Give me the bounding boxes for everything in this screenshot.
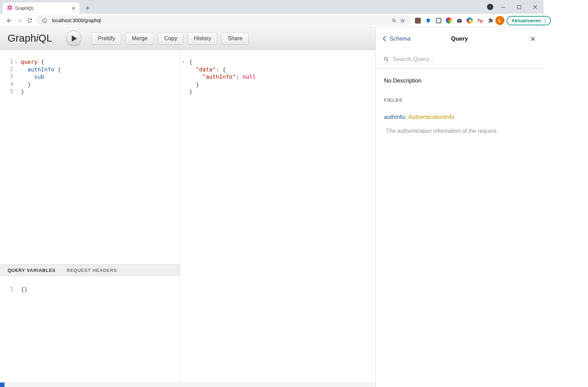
line-number: 1 [0, 58, 13, 66]
prettify-button[interactable]: Prettify [92, 33, 121, 44]
extension-icon-2[interactable] [435, 17, 442, 24]
code-line: 1{} [0, 286, 180, 293]
code-text: query { [21, 58, 44, 66]
code-text: } [21, 81, 31, 88]
close-window-button[interactable] [527, 0, 543, 14]
editors-area: 1▾query {2 authInfo {3 sub4 }5} QUERY VA… [0, 50, 375, 387]
field-name-link[interactable]: authInfo [384, 114, 405, 120]
query-editor[interactable]: 1▾query {2 authInfo {3 sub4 }5} [0, 50, 180, 264]
doc-body: No Description FIELDS authInfo:Authentic… [376, 68, 543, 140]
code-text: { [189, 58, 193, 66]
tab-strip: GraphiQL [0, 0, 543, 14]
line-number: 3 [0, 73, 13, 81]
browser-navbar: localhost:3000/graphql Tp L [0, 14, 543, 27]
fold-arrow-icon[interactable]: ▾ [180, 58, 189, 66]
doc-no-description: No Description [384, 77, 535, 84]
minimize-button[interactable] [495, 0, 511, 14]
line-number: 1 [0, 286, 13, 293]
fields-section-header: FIELDS [384, 98, 535, 103]
graphiql-logo: GraphiQL [8, 33, 52, 44]
camera-extension-icon[interactable] [456, 17, 462, 24]
omnibox[interactable]: localhost:3000/graphql [36, 16, 411, 25]
new-tab-button[interactable] [83, 3, 92, 13]
code-text: "data": { [189, 66, 226, 74]
code-line: } [180, 88, 375, 96]
update-button-label: Aktualisieren [511, 18, 541, 23]
result-viewer[interactable]: ▾{ "data": { "authInfo": null }} [180, 50, 375, 387]
doc-back-link[interactable]: Schema [383, 35, 411, 42]
menu-kebab-icon[interactable]: ⋮ [543, 18, 548, 23]
variables-title-bar: QUERY VARIABLES REQUEST HEADERS [0, 264, 180, 276]
search-icon [383, 56, 389, 62]
code-line: 2 authInfo { [0, 66, 180, 74]
code-text: } [189, 88, 193, 96]
fold-spacer [180, 81, 189, 88]
tab-title: GraphiQL [15, 6, 70, 11]
code-line: "authInfo": null [180, 73, 375, 81]
fold-spacer [180, 88, 189, 96]
line-number: 5 [0, 88, 13, 96]
tp-extension-icon[interactable]: Tp [477, 17, 483, 24]
back-button[interactable] [4, 16, 14, 25]
code-text: } [21, 88, 24, 96]
graphiql-app: GraphiQL Prettify Merge Copy History Sha… [0, 27, 543, 387]
maximize-button[interactable] [511, 0, 527, 14]
zoom-icon[interactable] [390, 16, 398, 25]
code-line: 3 sub [0, 73, 180, 81]
fold-spacer [180, 66, 189, 74]
query-variables-editor[interactable]: 1{} [0, 276, 180, 387]
reload-button[interactable] [25, 16, 35, 25]
code-text: "authInfo": null [189, 73, 256, 81]
code-line: "data": { [180, 66, 375, 74]
colorwheel-extension-icon[interactable] [446, 17, 452, 24]
fold-spacer [13, 286, 19, 293]
fold-spacer [180, 73, 189, 81]
share-button[interactable]: Share [222, 33, 248, 44]
fold-spacer [13, 88, 19, 96]
doc-close-icon[interactable]: ✕ [530, 35, 536, 43]
type-name-link[interactable]: AuthenticationInfo [408, 114, 454, 120]
code-line: 5} [0, 88, 180, 96]
history-button[interactable]: History [188, 33, 217, 44]
code-line: } [180, 81, 375, 88]
execute-button[interactable] [66, 31, 82, 46]
doc-search-bar [376, 50, 543, 68]
play-icon [72, 35, 77, 42]
doc-explorer-panel: Schema Query ✕ No Description FIELDS aut… [375, 27, 543, 387]
doc-field-row: authInfo:AuthenticationInfo [384, 114, 535, 120]
code-text: sub [21, 73, 44, 81]
shield-extension-icon[interactable] [425, 17, 431, 24]
colorful-extension-icon[interactable] [467, 17, 473, 24]
window-controls [495, 0, 543, 14]
query-column: 1▾query {2 authInfo {3 sub4 }5} QUERY VA… [0, 50, 180, 387]
chevron-left-icon [383, 36, 386, 42]
profile-avatar[interactable]: L [495, 16, 504, 25]
doc-back-label: Schema [390, 35, 411, 42]
query-variables-tab[interactable]: QUERY VARIABLES [8, 268, 56, 273]
doc-search-input[interactable] [393, 56, 536, 63]
bottom-left-badge [0, 382, 5, 387]
browser-tab[interactable]: GraphiQL [3, 2, 79, 14]
merge-button[interactable]: Merge [126, 33, 153, 44]
copy-button[interactable]: Copy [158, 33, 183, 44]
fold-arrow-icon[interactable]: ▾ [13, 58, 19, 66]
doc-explorer-header: Schema Query ✕ [376, 27, 543, 50]
code-text: {} [21, 286, 27, 293]
request-headers-tab[interactable]: REQUEST HEADERS [67, 268, 117, 273]
graphql-favicon [7, 5, 12, 12]
update-browser-button[interactable]: Aktualisieren ⋮ [506, 16, 551, 25]
site-info-icon[interactable] [40, 16, 49, 25]
field-separator: : [405, 114, 407, 120]
tab-search-button[interactable] [487, 4, 493, 10]
graphiql-main: GraphiQL Prettify Merge Copy History Sha… [0, 27, 375, 387]
extension-icon-1[interactable] [415, 17, 421, 24]
forward-button[interactable] [15, 16, 24, 25]
graphiql-topbar: GraphiQL Prettify Merge Copy History Sha… [0, 27, 375, 50]
fold-spacer [13, 81, 19, 88]
bookmark-star-icon[interactable] [398, 16, 407, 25]
extensions-puzzle-icon[interactable] [487, 17, 494, 24]
url-text[interactable]: localhost:3000/graphql [52, 18, 390, 23]
code-line: 4 } [0, 81, 180, 88]
tab-close-icon[interactable] [70, 5, 77, 11]
line-number: 2 [0, 66, 13, 74]
